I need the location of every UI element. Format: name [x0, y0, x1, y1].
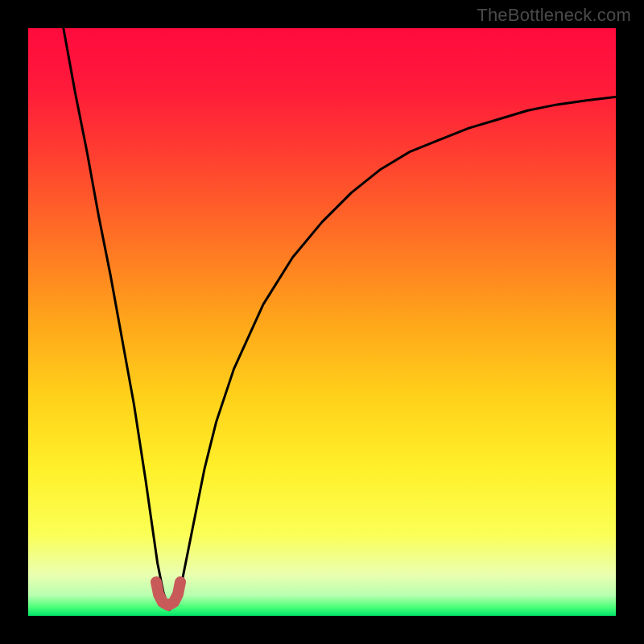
gradient-background [28, 28, 616, 616]
plot-area [28, 28, 616, 616]
plot-svg [28, 28, 616, 616]
chart-frame: TheBottleneck.com [0, 0, 644, 644]
watermark-text: TheBottleneck.com [477, 5, 631, 26]
